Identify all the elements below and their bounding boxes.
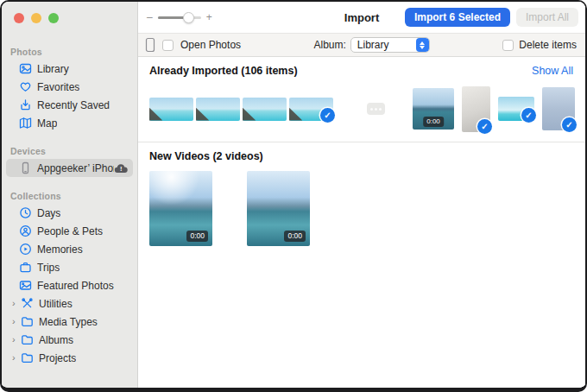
sidebar-item-label: Projects bbox=[39, 352, 76, 364]
chevron-right-icon[interactable]: › bbox=[12, 299, 20, 308]
sidebar-section-header: Photos bbox=[2, 41, 137, 60]
folder-icon bbox=[20, 315, 34, 329]
sidebar-section-collections: Collections Days People & Pets Memories bbox=[2, 186, 137, 367]
album-select[interactable]: Library bbox=[350, 37, 430, 53]
sidebar: Photos Library Favorites Recently Saved bbox=[2, 2, 138, 388]
close-window-button[interactable] bbox=[14, 13, 24, 23]
sidebar-item-label: Library bbox=[37, 63, 69, 75]
chevron-right-icon[interactable]: › bbox=[12, 353, 20, 363]
album-selected-value: Library bbox=[351, 39, 416, 51]
zoom-out-label[interactable]: – bbox=[147, 11, 153, 23]
map-icon bbox=[18, 117, 32, 130]
tools-icon bbox=[20, 297, 34, 311]
sidebar-item-label: Memories bbox=[37, 243, 83, 256]
sidebar-item-label: Recently Saved bbox=[37, 99, 110, 111]
video-thumbnail[interactable]: 0:00 bbox=[413, 88, 454, 130]
sidebar-item-label: People & Pets bbox=[37, 225, 103, 237]
sidebar-section-header: Collections bbox=[2, 186, 137, 204]
zoom-window-button[interactable] bbox=[48, 13, 59, 23]
main-pane: – + Import Import 6 Selected Import All bbox=[138, 2, 585, 388]
import-selected-button[interactable]: Import 6 Selected bbox=[405, 8, 510, 27]
selected-check-icon: ✓ bbox=[562, 117, 577, 132]
import-options-bar: Open Photos Album: Library Delete items bbox=[138, 34, 585, 57]
sidebar-item-albums[interactable]: › Albums bbox=[6, 331, 133, 349]
new-video-thumbnail[interactable]: 0:00 bbox=[247, 171, 310, 246]
sidebar-item-label: Days bbox=[37, 207, 60, 219]
sidebar-item-label: Map bbox=[37, 117, 57, 130]
new-videos-header: New Videos (2 videos) bbox=[138, 142, 585, 164]
photo-thumbnail[interactable] bbox=[149, 98, 193, 121]
zoom-slider[interactable] bbox=[158, 12, 201, 23]
selected-check-icon: ✓ bbox=[477, 119, 492, 134]
already-imported-title: Already Imported (106 items) bbox=[149, 65, 298, 77]
sidebar-item-memories[interactable]: Memories bbox=[6, 240, 133, 258]
album-group: Album: Library bbox=[314, 37, 430, 53]
beach-thumbnail-group: ✓ bbox=[149, 98, 333, 121]
photo-thumbnail[interactable] bbox=[243, 98, 287, 121]
toolbar: – + Import Import 6 Selected Import All bbox=[138, 2, 585, 34]
delete-items-group: Delete items bbox=[502, 39, 578, 51]
sidebar-item-label: Appgeeker’ iPhone bbox=[37, 162, 114, 174]
play-circle-icon bbox=[18, 243, 32, 256]
chevron-right-icon[interactable]: › bbox=[12, 335, 20, 345]
suitcase-icon bbox=[18, 261, 32, 275]
sidebar-item-library[interactable]: Library bbox=[6, 60, 133, 78]
sidebar-item-utilities[interactable]: › Utilities bbox=[6, 294, 133, 313]
sidebar-item-label: Trips bbox=[37, 262, 60, 274]
more-items-ellipsis-button[interactable] bbox=[367, 103, 385, 115]
photo-thumbnail-selected[interactable]: ✓ bbox=[498, 97, 534, 121]
zoom-slider-thumb[interactable] bbox=[183, 12, 194, 23]
photo-thumbnail[interactable] bbox=[196, 98, 240, 121]
already-imported-header: Already Imported (106 items) Show All bbox=[138, 57, 585, 79]
photos-icon bbox=[18, 62, 32, 76]
select-stepper-icon[interactable] bbox=[416, 38, 429, 52]
window-controls bbox=[2, 2, 137, 33]
zoom-in-label[interactable]: + bbox=[206, 11, 212, 23]
sidebar-item-recently-saved[interactable]: Recently Saved bbox=[6, 96, 133, 114]
open-photos-label: Open Photos bbox=[180, 39, 241, 51]
chevron-right-icon[interactable]: › bbox=[12, 317, 20, 326]
sidebar-item-days[interactable]: Days bbox=[6, 204, 133, 222]
photo-thumbnail-selected[interactable]: ✓ bbox=[289, 98, 333, 121]
sidebar-item-people-pets[interactable]: People & Pets bbox=[6, 222, 133, 240]
photos-import-window: Photos Library Favorites Recently Saved bbox=[0, 0, 587, 392]
sidebar-item-featured-photos[interactable]: Featured Photos bbox=[6, 276, 133, 294]
sidebar-item-label: Featured Photos bbox=[37, 280, 114, 292]
mixed-thumbnail-group: 0:00 ✓ ✓ ✓ bbox=[413, 86, 575, 132]
sidebar-item-media-types[interactable]: › Media Types bbox=[6, 313, 133, 331]
sidebar-item-label: Albums bbox=[39, 334, 73, 346]
new-videos-title: New Videos (2 videos) bbox=[149, 150, 263, 162]
sidebar-item-favorites[interactable]: Favorites bbox=[6, 78, 133, 96]
photo-thumbnail-selected[interactable]: ✓ bbox=[542, 87, 575, 130]
show-all-link[interactable]: Show All bbox=[532, 65, 573, 77]
sidebar-item-iphone-device[interactable]: Appgeeker’ iPhone ! bbox=[6, 159, 133, 177]
thumbnail-zoom-control: – + bbox=[147, 11, 212, 23]
delete-items-label: Delete items bbox=[519, 39, 577, 51]
sidebar-item-map[interactable]: Map bbox=[6, 114, 133, 132]
import-all-button[interactable]: Import All bbox=[516, 8, 578, 27]
sidebar-section-devices: Devices Appgeeker’ iPhone ! bbox=[2, 141, 137, 177]
new-videos-thumbnails: 0:00 0:00 bbox=[138, 164, 585, 246]
clock-icon bbox=[18, 206, 32, 220]
selected-check-icon: ✓ bbox=[521, 108, 536, 123]
already-imported-thumbnails: ✓ 0:00 ✓ ✓ ✓ bbox=[138, 79, 585, 142]
folder-icon bbox=[20, 351, 34, 365]
device-phone-icon bbox=[145, 37, 155, 53]
video-duration-badge: 0:00 bbox=[284, 231, 306, 242]
video-duration-badge: 0:00 bbox=[423, 117, 444, 127]
delete-items-checkbox[interactable] bbox=[502, 40, 514, 51]
sidebar-item-label: Media Types bbox=[39, 316, 98, 328]
album-label: Album: bbox=[314, 39, 346, 51]
page-title: Import bbox=[344, 11, 379, 24]
sidebar-item-label: Utilities bbox=[39, 298, 73, 310]
svg-text:!: ! bbox=[120, 165, 123, 173]
sidebar-section-header: Devices bbox=[2, 141, 137, 159]
heart-icon bbox=[18, 80, 32, 94]
photo-thumbnail-selected[interactable]: ✓ bbox=[462, 86, 490, 132]
sidebar-item-trips[interactable]: Trips bbox=[6, 258, 133, 276]
open-photos-group: Open Photos bbox=[145, 37, 241, 53]
minimize-window-button[interactable] bbox=[31, 13, 41, 23]
open-photos-checkbox[interactable] bbox=[162, 40, 174, 51]
sidebar-item-projects[interactable]: › Projects bbox=[6, 349, 133, 367]
new-video-thumbnail[interactable]: 0:00 bbox=[149, 171, 212, 246]
